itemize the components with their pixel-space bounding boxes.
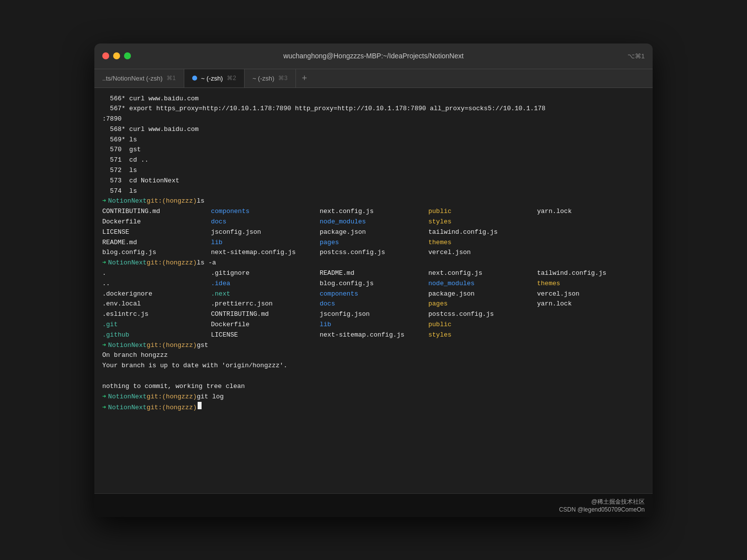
history-573: 573 cd NotionNext — [102, 176, 645, 186]
lsa-output-r1: . .gitignore README.md next.config.js ta… — [102, 268, 645, 279]
lsa-col2-r1: .gitignore — [211, 268, 320, 279]
lsa-col2-r4: .prettierrc.json — [211, 299, 320, 309]
ls-col5-r2 — [537, 217, 646, 227]
ls-col1-r2: Dockerfile — [102, 217, 211, 227]
ls-col2-r3: jsconfig.json — [211, 227, 320, 238]
ls-col4-r3: tailwind.config.js — [428, 227, 537, 238]
prompt-arrow-3: ➜ — [102, 341, 106, 351]
minimize-button[interactable] — [113, 52, 120, 59]
tab-1-shortcut: ⌘1 — [166, 75, 176, 82]
lsa-col2-r7: LICENSE — [211, 330, 320, 341]
ls-col4-r4: themes — [428, 238, 537, 248]
ls-col2-r2: docs — [211, 217, 320, 227]
title-bar: wuchanghong@Hongzzzs-MBP:~/IdeaProjects/… — [94, 43, 653, 69]
lsa-col5-r6 — [537, 320, 646, 330]
terminal-window: wuchanghong@Hongzzzs-MBP:~/IdeaProjects/… — [94, 43, 653, 517]
tab-3[interactable]: ~ (-zsh) ⌘3 — [245, 69, 296, 87]
tab-2-label: ~ (-zsh) — [201, 75, 223, 82]
lsa-col4-r6: public — [428, 320, 537, 330]
prompt-arrow-2: ➜ — [102, 258, 106, 268]
ls-col4-r1: public — [428, 207, 537, 217]
footer-line2: CSDN @legend050709ComeOn — [102, 506, 645, 513]
ls-col4-r2: styles — [428, 217, 537, 227]
prompt-ls: ➜ NotionNext git:(hongzzz) ls — [102, 196, 645, 207]
prompt-git-3: git:(hongzzz) — [147, 341, 197, 351]
lsa-col4-r5: postcss.config.js — [428, 309, 537, 320]
lsa-output-r4: .env.local .prettierrc.json docs pages y… — [102, 299, 645, 309]
lsa-col1-r4: .env.local — [102, 299, 211, 309]
prompt-cmd-3: gst — [197, 341, 208, 351]
ls-col3-r1: next.config.js — [320, 207, 428, 217]
prompt-git-2: git:(hongzzz) — [147, 258, 197, 268]
lsa-col1-r2: .. — [102, 279, 211, 289]
prompt-git-log: ➜ NotionNext git:(hongzzz) git log — [102, 392, 645, 402]
tab-2[interactable]: ~ (-zsh) ⌘2 — [184, 69, 245, 87]
tab-1[interactable]: ..ts/NotionNext (-zsh) ⌘1 — [94, 69, 184, 87]
prompt-git-4: git:(hongzzz) — [147, 392, 197, 402]
footer: @稀土掘金技术社区 CSDN @legend050709ComeOn — [94, 493, 653, 517]
terminal-cursor — [198, 402, 202, 409]
prompt-git-5: git:(hongzzz) — [147, 403, 197, 413]
tab-3-shortcut: ⌘3 — [278, 75, 288, 82]
window-shortcut: ⌥⌘1 — [627, 52, 645, 60]
history-566: 566* curl www.baidu.com — [102, 94, 645, 104]
new-tab-button[interactable]: + — [296, 73, 313, 84]
lsa-col3-r3: components — [320, 289, 428, 300]
prompt-current: ➜ NotionNext git:(hongzzz) — [102, 402, 645, 413]
lsa-col3-r7: next-sitemap.config.js — [320, 330, 428, 341]
ls-col3-r3: package.json — [320, 227, 428, 238]
tab-3-label: ~ (-zsh) — [252, 75, 274, 82]
ls-output-r4: README.md lib pages themes — [102, 238, 645, 248]
lsa-output-r2: .. .idea blog.config.js node_modules the… — [102, 279, 645, 289]
prompt-arrow-5: ➜ — [102, 403, 106, 413]
close-button[interactable] — [102, 52, 109, 59]
history-568: 568* curl www.baidu.com — [102, 125, 645, 135]
traffic-lights — [94, 52, 131, 59]
history-572: 572 ls — [102, 166, 645, 176]
ls-output-r3: LICENSE jsconfig.json package.json tailw… — [102, 227, 645, 238]
prompt-cmd-2: ls -a — [197, 258, 216, 268]
prompt-dir-4: NotionNext — [108, 392, 147, 402]
lsa-col1-r1: . — [102, 268, 211, 279]
lsa-col1-r3: .dockerignore — [102, 289, 211, 300]
ls-col2-r5: next-sitemap.config.js — [211, 248, 320, 258]
ls-col5-r4 — [537, 238, 646, 248]
ls-col1-r1: CONTRIBUTING.md — [102, 207, 211, 217]
lsa-col3-r2: blog.config.js — [320, 279, 428, 289]
prompt-ls-a: ➜ NotionNext git:(hongzzz) ls -a — [102, 258, 645, 268]
prompt-dir-5: NotionNext — [108, 403, 147, 413]
ls-col3-r4: pages — [320, 238, 428, 248]
prompt-dir-2: NotionNext — [108, 258, 147, 268]
lsa-col2-r2: .idea — [211, 279, 320, 289]
tab-2-dot — [192, 76, 197, 81]
lsa-col2-r3: .next — [211, 289, 320, 300]
tab-2-shortcut: ⌘2 — [227, 75, 236, 82]
ls-col2-r1: components — [211, 207, 320, 217]
lsa-col2-r6: Dockerfile — [211, 320, 320, 330]
lsa-output-r3: .dockerignore .next components package.j… — [102, 289, 645, 300]
lsa-col1-r7: .github — [102, 330, 211, 341]
lsa-col4-r3: package.json — [428, 289, 537, 300]
prompt-dir-1: NotionNext — [108, 196, 147, 207]
gst-line3 — [102, 371, 645, 382]
lsa-col3-r5: jsconfig.json — [320, 309, 428, 320]
lsa-col5-r4: yarn.lock — [537, 299, 646, 309]
lsa-col5-r3: vercel.json — [537, 289, 646, 300]
tab-bar: ..ts/NotionNext (-zsh) ⌘1 ~ (-zsh) ⌘2 ~ … — [94, 69, 653, 88]
maximize-button[interactable] — [124, 52, 131, 59]
lsa-col5-r5 — [537, 309, 646, 320]
lsa-col5-r7 — [537, 330, 646, 341]
history-570: 570 gst — [102, 145, 645, 155]
history-567-cont: :7890 — [102, 114, 645, 125]
ls-output-r5: blog.config.js next-sitemap.config.js po… — [102, 248, 645, 258]
gst-line2: Your branch is up to date with 'origin/h… — [102, 361, 645, 371]
lsa-output-r7: .github LICENSE next-sitemap.config.js s… — [102, 330, 645, 341]
lsa-col3-r1: README.md — [320, 268, 428, 279]
ls-col3-r5: postcss.config.js — [320, 248, 428, 258]
prompt-cmd-1: ls — [197, 196, 205, 207]
prompt-cmd-4: git log — [197, 392, 224, 402]
history-567: 567* export https_proxy=http://10.10.1.1… — [102, 104, 645, 114]
lsa-col2-r5: CONTRIBUTING.md — [211, 309, 320, 320]
lsa-col4-r2: node_modules — [428, 279, 537, 289]
ls-col1-r5: blog.config.js — [102, 248, 211, 258]
